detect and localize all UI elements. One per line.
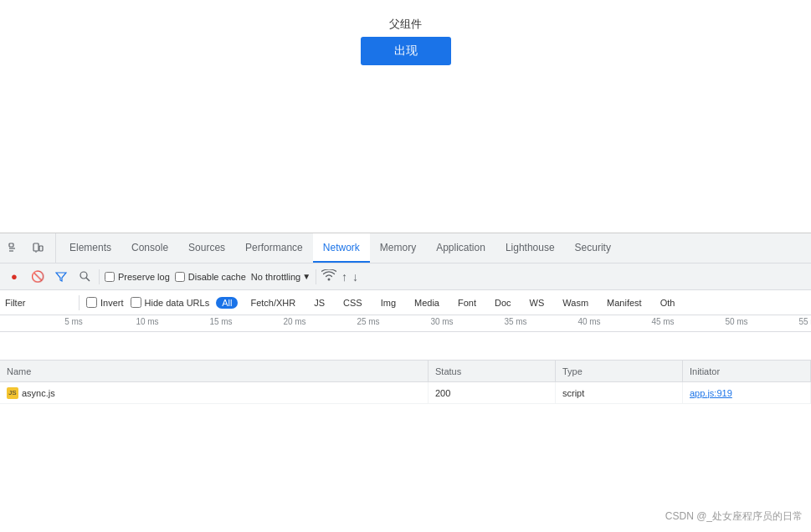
preserve-log-input[interactable] (105, 272, 115, 282)
th-type: Type (556, 361, 683, 381)
table-header: Name Status Type Initiator (0, 361, 811, 382)
filter-type-other[interactable]: Oth (654, 297, 681, 309)
td-status: 200 (429, 382, 556, 403)
tick-1: 5 ms (37, 317, 110, 326)
table-row[interactable]: JS async.js 200 script app.js:919 (0, 382, 811, 404)
tab-console[interactable]: Console (121, 233, 178, 263)
filter-label: Filter (5, 298, 72, 308)
svg-rect-4 (39, 246, 43, 251)
invert-checkbox[interactable]: Invert (86, 297, 124, 308)
disable-cache-checkbox[interactable]: Disable cache (175, 272, 246, 282)
tick-2: 10 ms (110, 317, 184, 326)
filter-type-manifest[interactable]: Manifest (601, 297, 648, 309)
tab-icons (3, 233, 56, 263)
tick-3: 15 ms (184, 317, 258, 326)
th-name: Name (0, 361, 429, 381)
throttle-text: No throttling (251, 272, 300, 282)
filter-type-font[interactable]: Font (452, 297, 482, 309)
separator-1 (99, 269, 100, 284)
tab-security[interactable]: Security (565, 233, 621, 263)
appear-button[interactable]: 出现 (361, 37, 451, 65)
tick-7: 35 ms (479, 317, 552, 326)
upload-icon: ↑ (341, 270, 347, 284)
inspect-icon[interactable] (3, 238, 25, 259)
td-initiator[interactable]: app.js:919 (683, 382, 811, 403)
wifi-icon (321, 269, 336, 284)
devtools-panel: Elements Console Sources Performance Net… (0, 233, 811, 532)
filter-type-js[interactable]: JS (308, 297, 331, 309)
tab-sources[interactable]: Sources (178, 233, 235, 263)
tab-bar: Elements Console Sources Performance Net… (0, 233, 811, 263)
timeline-ruler: 5 ms 10 ms 15 ms 20 ms 25 ms 30 ms 35 ms… (0, 315, 811, 332)
tick-5: 25 ms (331, 317, 405, 326)
parent-label: 父组件 (389, 17, 422, 32)
preserve-log-label: Preserve log (118, 272, 170, 282)
filter-type-media[interactable]: Media (408, 297, 445, 309)
page-content: 父组件 出现 (0, 0, 811, 234)
filter-icon[interactable] (52, 268, 70, 286)
tick-10: 50 ms (700, 317, 773, 326)
svg-rect-3 (33, 243, 38, 251)
invert-label: Invert (100, 298, 124, 308)
throttle-select[interactable]: No throttling ▼ (251, 272, 311, 282)
throttle-chevron: ▼ (302, 272, 311, 281)
hide-data-urls-checkbox[interactable]: Hide data URLs (131, 297, 210, 308)
file-name: async.js (22, 388, 55, 398)
tab-elements[interactable]: Elements (59, 233, 121, 263)
timeline-bars (0, 332, 811, 361)
disable-cache-input[interactable] (175, 272, 185, 282)
svg-point-6 (80, 272, 87, 279)
disable-cache-label: Disable cache (188, 272, 246, 282)
filter-type-ws[interactable]: WS (524, 297, 551, 309)
tab-network[interactable]: Network (313, 233, 370, 263)
tick-8: 40 ms (552, 317, 626, 326)
watermark: CSDN @_处女座程序员的日常 (665, 509, 803, 524)
tab-application[interactable]: Application (426, 233, 495, 263)
filter-type-img[interactable]: Img (375, 297, 402, 309)
search-icon[interactable] (75, 268, 94, 286)
filter-type-fetchxhr[interactable]: Fetch/XHR (244, 297, 301, 309)
hide-data-urls-label: Hide data URLs (145, 298, 210, 308)
td-name: JS async.js (0, 382, 429, 403)
preserve-log-checkbox[interactable]: Preserve log (105, 272, 170, 282)
clear-button[interactable]: 🚫 (28, 268, 47, 286)
filter-type-doc[interactable]: Doc (489, 297, 517, 309)
invert-input[interactable] (86, 297, 97, 308)
tick-6: 30 ms (405, 317, 479, 326)
timeline: 5 ms 10 ms 15 ms 20 ms 25 ms 30 ms 35 ms… (0, 315, 811, 361)
network-toolbar: ● 🚫 Preserve log Disable cache (0, 263, 811, 290)
filter-type-all[interactable]: All (216, 297, 238, 309)
filter-bar: Filter Invert Hide data URLs All Fetch/X… (0, 290, 811, 315)
filter-sep (79, 295, 80, 310)
tick-4: 20 ms (258, 317, 331, 326)
td-type: script (556, 382, 683, 403)
th-initiator: Initiator (683, 361, 811, 381)
svg-rect-0 (9, 243, 13, 247)
separator-2 (316, 269, 316, 284)
tick-11: 55 ms (773, 317, 811, 326)
svg-line-7 (86, 278, 90, 281)
tab-memory[interactable]: Memory (370, 233, 426, 263)
file-icon: JS (7, 387, 18, 399)
tick-9: 45 ms (626, 317, 700, 326)
tab-lighthouse[interactable]: Lighthouse (495, 233, 565, 263)
filter-type-wasm[interactable]: Wasm (557, 297, 594, 309)
device-icon[interactable] (27, 238, 49, 259)
record-button[interactable]: ● (5, 268, 23, 286)
hide-data-urls-input[interactable] (131, 297, 141, 308)
download-icon: ↓ (352, 270, 358, 284)
network-table[interactable]: Name Status Type Initiator JS async.js 2… (0, 361, 811, 532)
tab-performance[interactable]: Performance (235, 233, 313, 263)
th-status: Status (429, 361, 556, 381)
filter-type-css[interactable]: CSS (337, 297, 368, 309)
